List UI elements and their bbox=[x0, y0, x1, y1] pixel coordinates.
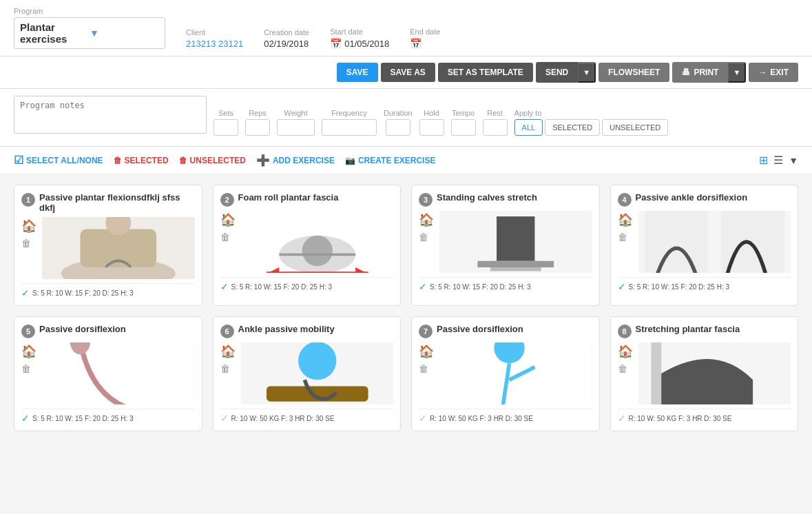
weight-input[interactable] bbox=[277, 119, 315, 136]
sets-input[interactable] bbox=[214, 119, 238, 136]
exercise-check-icon[interactable]: ✓ bbox=[419, 281, 427, 292]
card-title: 6 Ankle passive mobility bbox=[220, 324, 394, 338]
calendar-end-icon[interactable]: 📅 bbox=[410, 38, 421, 49]
save-as-button[interactable]: SAVE AS bbox=[381, 63, 435, 82]
delete-exercise-icon[interactable]: 🗑 bbox=[618, 363, 633, 374]
delete-exercise-icon[interactable]: 🗑 bbox=[21, 238, 37, 249]
add-exercise-link[interactable]: ➕ ADD EXERCISE bbox=[256, 154, 335, 167]
home-program-icon[interactable]: 🏠 bbox=[21, 344, 37, 359]
select-all-link[interactable]: ☑ SELECT ALL/NONE bbox=[14, 154, 103, 167]
exercise-image bbox=[241, 342, 394, 404]
flowsheet-button[interactable]: FLOWSHEET bbox=[598, 63, 669, 82]
duration-input[interactable] bbox=[386, 119, 410, 136]
exercise-stats: R: 10 W: 50 KG F: 3 HR D: 30 SE bbox=[629, 415, 732, 422]
svg-rect-13 bbox=[477, 261, 554, 267]
plus-icon: ➕ bbox=[256, 154, 270, 167]
svg-rect-17 bbox=[42, 342, 195, 404]
program-notes-input[interactable] bbox=[14, 96, 207, 134]
frequency-input[interactable] bbox=[322, 119, 377, 136]
card-footer: ✓ S: 5 R: 10 W: 15 F: 20 D: 25 H: 3 bbox=[618, 277, 791, 292]
page-header: Program Plantar exercises ▼ Client 21321… bbox=[0, 0, 812, 56]
delete-exercise-icon[interactable]: 🗑 bbox=[419, 363, 434, 374]
apply-group: Apply to ALL SELECTED UNSELECTED bbox=[514, 109, 669, 136]
delete-exercise-icon[interactable]: 🗑 bbox=[220, 232, 236, 243]
apply-selected-button[interactable]: SELECTED bbox=[545, 119, 600, 136]
apply-label: Apply to bbox=[514, 109, 669, 117]
home-program-icon[interactable]: 🏠 bbox=[618, 344, 633, 359]
start-date-field: Start date 📅 01/05/2018 bbox=[330, 28, 389, 49]
save-button[interactable]: SAVE bbox=[337, 63, 378, 82]
card-title-text: Passive ankle dorsiflexion bbox=[636, 192, 748, 203]
apply-unselected-button[interactable]: UNSELECTED bbox=[602, 119, 668, 136]
grid-view-button[interactable]: ⊞ bbox=[759, 154, 768, 167]
send-button[interactable]: SEND bbox=[536, 62, 578, 83]
exercise-check-icon[interactable]: ✓ bbox=[220, 281, 229, 292]
exercise-card: 2 Foam roll plantar fascia 🏠 🗑 ✓ S: 5 R:… bbox=[213, 185, 402, 306]
weight-label: Weight bbox=[284, 109, 307, 117]
rest-label: Rest bbox=[487, 109, 503, 117]
tempo-input[interactable] bbox=[451, 119, 476, 136]
card-number: 3 bbox=[419, 193, 433, 207]
create-exercise-link[interactable]: 📷 CREATE EXERCISE bbox=[345, 156, 435, 165]
rest-field: Rest bbox=[483, 109, 508, 136]
duration-field: Duration bbox=[384, 109, 413, 136]
svg-rect-25 bbox=[651, 342, 661, 404]
exercise-image bbox=[241, 211, 394, 273]
print-dropdown-button[interactable]: ▼ bbox=[728, 62, 746, 83]
calendar-icon[interactable]: 📅 bbox=[330, 38, 342, 49]
card-title: 2 Foam roll plantar fascia bbox=[220, 192, 394, 207]
home-program-icon[interactable]: 🏠 bbox=[419, 344, 434, 359]
apply-all-button[interactable]: ALL bbox=[514, 119, 543, 136]
delete-selected-link[interactable]: 🗑 SELECTED bbox=[114, 156, 169, 165]
apply-buttons: ALL SELECTED UNSELECTED bbox=[514, 119, 669, 136]
settings-bar: Sets Reps Weight Frequency Duration Hold… bbox=[0, 89, 812, 147]
home-program-icon[interactable]: 🏠 bbox=[220, 212, 236, 227]
exercise-card: 8 Stretching plantar fascia 🏠 🗑 ✓ R: 10 … bbox=[610, 316, 799, 431]
delete-exercise-icon[interactable]: 🗑 bbox=[419, 232, 434, 243]
card-body: 🏠 🗑 bbox=[220, 211, 394, 273]
dropdown-arrow-icon: ▼ bbox=[90, 28, 159, 39]
home-program-icon[interactable]: 🏠 bbox=[220, 344, 236, 359]
list-view-button[interactable]: ☰ bbox=[773, 154, 783, 167]
action-bar: ☑ SELECT ALL/NONE 🗑 SELECTED 🗑 UNSELECTE… bbox=[0, 147, 812, 174]
delete-exercise-icon[interactable]: 🗑 bbox=[220, 363, 236, 374]
client-field: Client 213213 23121 bbox=[186, 28, 243, 49]
exercise-check-icon[interactable]: ✓ bbox=[220, 413, 229, 424]
exercise-check-icon[interactable]: ✓ bbox=[419, 413, 427, 424]
exercise-check-icon[interactable]: ✓ bbox=[618, 413, 626, 424]
collapse-button[interactable]: ▼ bbox=[789, 155, 798, 166]
exercise-check-icon[interactable]: ✓ bbox=[21, 287, 30, 298]
hold-input[interactable] bbox=[419, 119, 444, 136]
delete-exercise-icon[interactable]: 🗑 bbox=[21, 363, 37, 374]
start-date-label: Start date bbox=[330, 28, 389, 36]
exercise-stats: S: 5 R: 10 W: 15 F: 20 D: 25 H: 3 bbox=[629, 283, 730, 291]
exercise-card: 3 Standing calves stretch 🏠 🗑 ✓ S: 5 R: … bbox=[411, 185, 600, 306]
delete-exercise-icon[interactable]: 🗑 bbox=[618, 232, 633, 243]
client-value: 213213 23121 bbox=[186, 39, 243, 49]
exercise-check-icon[interactable]: ✓ bbox=[21, 413, 30, 424]
set-as-template-button[interactable]: SET AS TEMPLATE bbox=[438, 63, 533, 82]
card-actions: 🏠 🗑 bbox=[220, 342, 236, 374]
card-number: 2 bbox=[220, 193, 234, 207]
svg-rect-15 bbox=[645, 211, 708, 273]
card-title-text: Foam roll plantar fascia bbox=[238, 192, 339, 203]
card-title: 1 Passive plantar flexionsdfklj sfss dkf… bbox=[21, 192, 195, 213]
home-program-icon[interactable]: 🏠 bbox=[618, 212, 633, 227]
card-title: 7 Passive dorsiflexion bbox=[419, 324, 592, 338]
exercise-image bbox=[439, 342, 592, 404]
home-program-icon[interactable]: 🏠 bbox=[21, 218, 37, 234]
rest-input[interactable] bbox=[483, 119, 508, 136]
exit-button[interactable]: → EXIT bbox=[749, 63, 798, 82]
card-actions: 🏠 🗑 bbox=[220, 211, 236, 243]
card-body: 🏠 🗑 bbox=[618, 342, 791, 404]
program-dropdown[interactable]: Plantar exercises ▼ bbox=[14, 17, 165, 49]
exercise-image bbox=[42, 342, 195, 404]
reps-input[interactable] bbox=[245, 119, 270, 136]
home-program-icon[interactable]: 🏠 bbox=[419, 212, 434, 227]
exercise-check-icon[interactable]: ✓ bbox=[618, 281, 626, 292]
send-dropdown-button[interactable]: ▼ bbox=[578, 62, 596, 83]
exercise-stats: S: 5 R: 10 W: 15 F: 20 D: 25 H: 3 bbox=[231, 283, 333, 291]
delete-unselected-link[interactable]: 🗑 UNSELECTED bbox=[179, 156, 246, 165]
print-button[interactable]: 🖶 PRINT bbox=[672, 62, 728, 83]
exercise-stats: S: 5 R: 10 W: 15 F: 20 D: 25 H: 3 bbox=[430, 283, 531, 291]
